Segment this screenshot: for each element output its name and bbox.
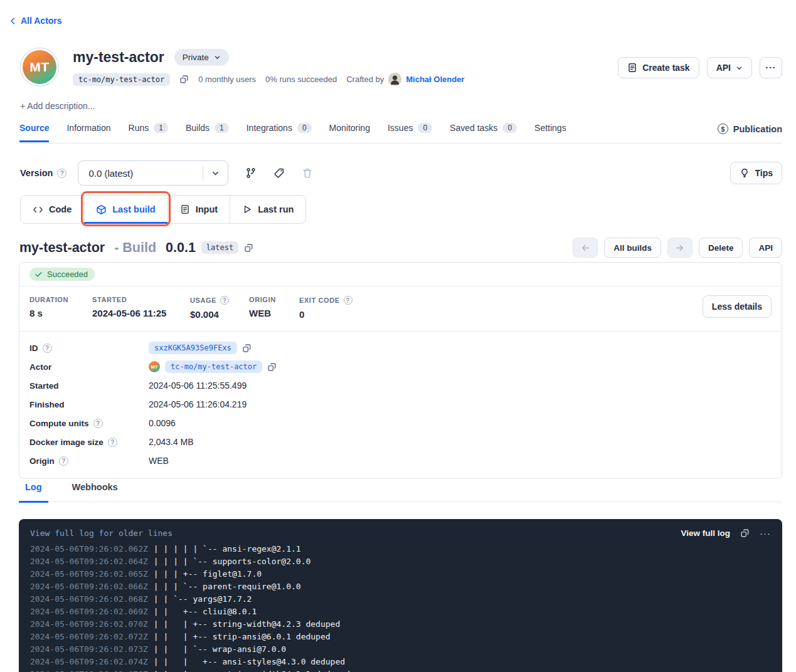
detail-row-id: ID?sxzKGK5A93Se9FExs — [29, 339, 772, 357]
tab-issues[interactable]: Issues0 — [388, 123, 432, 142]
detail-value: 2,043.4 MB — [149, 437, 194, 447]
tab-label: Issues — [388, 123, 413, 133]
view-older-lines-link[interactable]: View full log for older lines — [30, 528, 172, 538]
source-tab-last-run[interactable]: Last run — [230, 196, 305, 223]
api-label: API — [716, 63, 731, 73]
detail-label: ID? — [29, 344, 149, 353]
help-icon[interactable]: ? — [59, 456, 68, 466]
detail-value: MTtc-mo/my-test-actor — [149, 360, 277, 373]
tab-settings[interactable]: Settings — [534, 123, 566, 142]
author-link[interactable]: Michał Olender — [406, 75, 464, 84]
actor-link-pill[interactable]: tc-mo/my-test-actor — [165, 360, 262, 373]
detail-text: 2024-05-06 11:26:04.219 — [149, 399, 247, 409]
detail-row-origin: Origin?WEB — [29, 451, 772, 470]
tab-publication[interactable]: $ Publication — [718, 123, 782, 134]
play-icon — [242, 204, 252, 214]
more-actions-button[interactable]: ··· — [760, 57, 782, 78]
stat-exit-code: EXIT CODE?0 — [299, 296, 374, 320]
tab-count-badge: 1 — [215, 123, 229, 133]
trash-icon — [302, 167, 313, 179]
copy-icon[interactable] — [179, 75, 189, 84]
dollar-icon: $ — [718, 123, 728, 134]
build-header: my-test-actor - Build 0.0.1 latest All b… — [19, 238, 782, 258]
tab-runs[interactable]: Runs1 — [129, 123, 168, 142]
copy-icon[interactable] — [244, 243, 253, 253]
help-icon[interactable]: ? — [93, 419, 103, 428]
copy-icon[interactable] — [740, 528, 750, 538]
all-builds-button[interactable]: All builds — [604, 238, 661, 258]
source-tab-last-build[interactable]: Last build — [84, 196, 167, 223]
tab-information[interactable]: Information — [66, 123, 110, 142]
help-icon[interactable]: ? — [220, 296, 229, 305]
view-full-log-button[interactable]: View full log — [681, 528, 730, 538]
detail-row-actor: ActorMTtc-mo/my-test-actor — [29, 357, 772, 376]
chevron-down-icon — [214, 54, 221, 61]
detail-text: 2024-05-06 11:25:55.499 — [149, 381, 247, 391]
source-tab-label: Input — [196, 204, 218, 214]
detail-value: 2024-05-06 11:26:04.219 — [149, 399, 247, 409]
visibility-dropdown[interactable]: Private — [174, 49, 229, 66]
build-id-pill[interactable]: sxzKGK5A93Se9FExs — [149, 342, 237, 354]
status-label: Succeeded — [47, 270, 88, 279]
previous-build-button[interactable] — [573, 238, 598, 258]
log-tab-webhooks[interactable]: Webhooks — [66, 482, 124, 503]
build-stats-row: DURATION8 sSTARTED2024-05-06 11:25USAGE?… — [19, 286, 782, 332]
tips-button[interactable]: Tips — [730, 162, 782, 184]
tab-builds[interactable]: Builds1 — [186, 123, 229, 142]
breadcrumb-all-actors[interactable]: All Actors — [9, 16, 62, 26]
source-tab-label: Code — [49, 204, 72, 214]
stat-duration: DURATION8 s — [29, 296, 92, 320]
delete-build-button[interactable]: Delete — [699, 238, 743, 258]
crafted-by-label: Crafted by — [346, 75, 384, 84]
stat-value: 8 s — [29, 308, 92, 318]
log-message: | | | `-- parent-require@1.0.0 — [148, 582, 301, 591]
less-details-button[interactable]: Less details — [703, 295, 772, 318]
stat-label: EXIT CODE? — [299, 296, 374, 305]
tab-label: Integrations — [247, 123, 292, 133]
log-timestamp: 2024-05-06T09:26:02.068Z — [30, 594, 148, 604]
detail-text: 2,043.4 MB — [149, 437, 194, 447]
actor-avatar: MT — [20, 48, 59, 87]
git-branch-icon[interactable] — [245, 167, 257, 179]
log-message: | | | +-- ansi-styles@4.3.0 deduped — [148, 657, 345, 666]
build-api-button[interactable]: API — [749, 238, 782, 258]
latest-badge: latest — [201, 241, 238, 254]
source-tab-input[interactable]: Input — [168, 196, 230, 223]
add-description-link[interactable]: + Add description... — [20, 101, 95, 111]
log-timestamp: 2024-05-06T09:26:02.062Z — [30, 544, 148, 554]
log-timestamp: 2024-05-06T09:26:02.074Z — [30, 657, 148, 666]
log-timestamp: 2024-05-06T09:26:02.070Z — [30, 619, 148, 629]
detail-value: 2024-05-06 11:25:55.499 — [149, 381, 247, 391]
visibility-label: Private — [183, 53, 209, 62]
log-message: | | | `-- wrap-ansi@7.0.0 — [148, 644, 286, 654]
build-api-label: API — [758, 243, 773, 253]
detail-row-started: Started2024-05-06 11:25:55.499 — [29, 376, 772, 395]
tab-monitoring[interactable]: Monitoring — [329, 123, 370, 142]
log-tab-log[interactable]: Log — [19, 482, 48, 503]
lightbulb-icon — [740, 168, 750, 178]
api-dropdown-button[interactable]: API — [707, 57, 752, 78]
help-icon[interactable]: ? — [57, 169, 66, 178]
create-task-button[interactable]: Create task — [618, 57, 699, 78]
help-icon[interactable]: ? — [344, 296, 353, 305]
tab-saved-tasks[interactable]: Saved tasks0 — [450, 123, 517, 142]
tag-icon[interactable] — [273, 167, 285, 179]
tab-source[interactable]: Source — [19, 123, 49, 142]
document-icon — [627, 63, 637, 73]
chevron-left-icon — [9, 17, 17, 25]
build-detail-card: Succeeded DURATION8 sSTARTED2024-05-06 1… — [19, 262, 782, 479]
log-message: | | +-- cliui@8.0.1 — [148, 607, 257, 616]
tab-integrations[interactable]: Integrations0 — [247, 123, 312, 142]
publication-label: Publication — [733, 124, 782, 134]
tab-label: Saved tasks — [450, 123, 497, 133]
chevron-down-icon — [736, 65, 743, 71]
version-select[interactable]: 0.0 (latest) — [78, 160, 228, 186]
terminal-more-button[interactable]: ··· — [760, 528, 771, 538]
code-icon — [33, 205, 43, 214]
next-build-button[interactable] — [667, 238, 693, 258]
source-tab-code[interactable]: Code — [21, 196, 84, 223]
tab-label: Monitoring — [329, 123, 370, 133]
actor-handle[interactable]: tc-mo/my-test-actor — [73, 73, 170, 86]
help-icon[interactable]: ? — [43, 344, 52, 353]
help-icon[interactable]: ? — [108, 438, 117, 447]
